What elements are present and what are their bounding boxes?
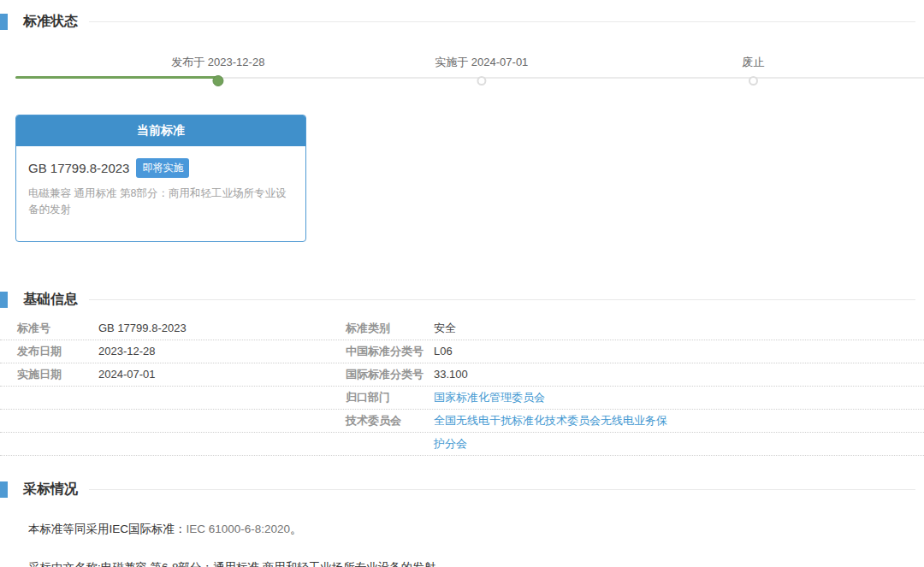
technical-committee-link[interactable]: 全国无线电干扰标准化技术委员会无线电业务保 <box>434 414 667 427</box>
adoption-section-header: 采标情况 <box>0 481 924 499</box>
field-value-standard-number: GB 17799.8-2023 <box>98 322 346 334</box>
timeline-dot-abolished <box>749 76 758 86</box>
table-row: 实施日期 2024-07-01 国际标准分类号 33.100 <box>0 363 924 387</box>
table-row: 标准号 GB 17799.8-2023 标准类别 安全 <box>0 317 924 340</box>
field-value-ccs-code: L06 <box>434 346 924 357</box>
section-accent-bar <box>0 292 8 308</box>
basic-info-table: 标准号 GB 17799.8-2023 标准类别 安全 发布日期 2023-12… <box>0 317 924 456</box>
adoption-statement-suffix: 。 <box>290 523 302 535</box>
field-label-ccs-code: 中国标准分类号 <box>346 346 434 357</box>
current-standard-card-header: 当前标准 <box>16 115 305 146</box>
section-divider-line <box>89 489 915 490</box>
timeline-milestone-abolished: 废止 <box>742 55 764 86</box>
basic-info-section-header: 基础信息 <box>0 291 924 310</box>
section-title-adoption: 采标情况 <box>23 481 78 499</box>
adoption-chinese-name: 采标中文名称:电磁兼容 第6-8部分：通用标准 商用和轻工业场所专业设备的发射。 <box>0 560 924 567</box>
status-badge: 即将实施 <box>136 158 189 178</box>
current-standard-card-body: GB 17799.8-2023 即将实施 电磁兼容 通用标准 第8部分：商用和轻… <box>16 146 305 241</box>
timeline-milestone-published: 发布于 2023-12-28 <box>171 55 264 86</box>
current-standard-card: 当前标准 GB 17799.8-2023 即将实施 电磁兼容 通用标准 第8部分… <box>15 115 306 242</box>
governing-dept-link[interactable]: 国家标准化管理委员会 <box>434 391 545 404</box>
section-divider-line <box>89 299 915 300</box>
table-row: 归口部门 国家标准化管理委员会 <box>0 387 924 410</box>
section-accent-bar <box>0 481 8 498</box>
standard-number: GB 17799.8-2023 <box>28 161 129 175</box>
table-row: 技术委员会 全国无线电干扰标准化技术委员会无线电业务保 <box>0 410 924 433</box>
timeline-dot-published <box>212 75 223 86</box>
field-label-technical-committee: 技术委员会 <box>346 415 434 427</box>
field-label-implement-date: 实施日期 <box>0 369 98 381</box>
section-title-status: 标准状态 <box>23 13 78 31</box>
field-label-ics-code: 国际标准分类号 <box>346 369 434 381</box>
standard-status-section-header: 标准状态 <box>0 12 924 31</box>
timeline-dot-implemented <box>477 76 486 86</box>
standard-status-timeline: 发布于 2023-12-28 实施于 2024-07-01 废止 <box>15 55 924 94</box>
field-label-standard-number: 标准号 <box>0 322 98 334</box>
adoption-statement: 本标准等同采用IEC国际标准：IEC 61000-6-8:2020。 <box>0 522 924 537</box>
timeline-label-implemented: 实施于 2024-07-01 <box>435 55 528 70</box>
timeline-label-abolished: 废止 <box>742 55 764 70</box>
field-label-publish-date: 发布日期 <box>0 346 98 357</box>
section-divider-line <box>89 21 915 22</box>
field-label-category: 标准类别 <box>346 322 434 334</box>
field-value-publish-date: 2023-12-28 <box>98 346 346 357</box>
timeline-milestone-implemented: 实施于 2024-07-01 <box>435 55 528 86</box>
field-value-category: 安全 <box>434 322 924 334</box>
section-accent-bar <box>0 14 8 30</box>
technical-committee-link-wrap[interactable]: 护分会 <box>434 437 467 450</box>
standard-description: 电磁兼容 通用标准 第8部分：商用和轻工业场所专业设备的发射 <box>28 186 293 219</box>
section-title-basic-info: 基础信息 <box>23 291 78 309</box>
field-label-governing-dept: 归口部门 <box>346 392 434 404</box>
table-row: 发布日期 2023-12-28 中国标准分类号 L06 <box>0 340 924 363</box>
field-value-ics-code: 33.100 <box>434 369 924 381</box>
field-value-implement-date: 2024-07-01 <box>98 369 346 381</box>
adoption-statement-prefix: 本标准等同采用IEC国际标准： <box>28 523 187 535</box>
adopted-iec-standard: IEC 61000-6-8:2020 <box>187 523 291 535</box>
timeline-label-published: 发布于 2023-12-28 <box>171 55 264 70</box>
table-row: 护分会 <box>0 433 924 456</box>
